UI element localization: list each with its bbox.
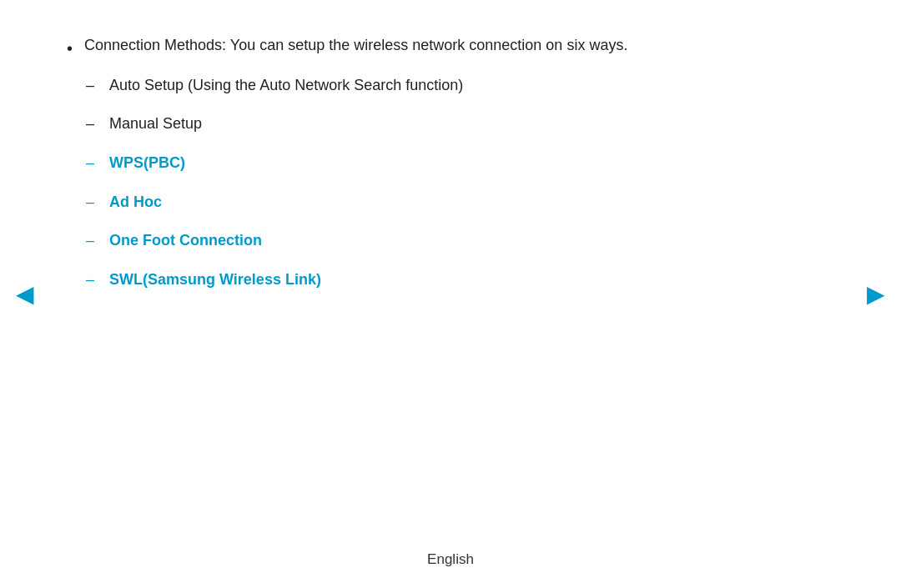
swl-label[interactable]: SWL(Samsung Wireless Link) (109, 267, 321, 293)
list-item: – One Foot Connection (84, 221, 834, 260)
bullet-item: • Connection Methods: You can setup the … (67, 33, 834, 299)
list-item: – Ad Hoc (84, 183, 834, 222)
ad-hoc-label[interactable]: Ad Hoc (109, 189, 162, 215)
connection-methods-text: Connection Methods: You can setup the wi… (84, 37, 627, 53)
language-label: English (427, 551, 474, 567)
content-area: • Connection Methods: You can setup the … (0, 0, 901, 536)
list-item: – Auto Setup (Using the Auto Network Sea… (84, 66, 834, 105)
manual-setup-label: Manual Setup (109, 111, 202, 137)
sub-list: – Auto Setup (Using the Auto Network Sea… (84, 66, 834, 299)
dash-icon: – (84, 267, 96, 293)
wps-pbc-label[interactable]: WPS(PBC) (109, 150, 185, 176)
main-list: • Connection Methods: You can setup the … (67, 33, 834, 299)
prev-arrow-button[interactable]: ◀ (8, 278, 42, 311)
auto-setup-label: Auto Setup (Using the Auto Network Searc… (109, 73, 463, 98)
bullet-dot: • (67, 35, 73, 62)
dash-icon: – (84, 189, 96, 215)
list-item: – SWL(Samsung Wireless Link) (84, 260, 834, 299)
bullet-text: Connection Methods: You can setup the wi… (84, 33, 834, 299)
footer: English (0, 536, 901, 588)
dash-icon: – (84, 228, 96, 254)
list-item: – Manual Setup (84, 104, 834, 143)
page-container: ◀ ▶ • Connection Methods: You can setup … (0, 0, 901, 588)
next-arrow-button[interactable]: ▶ (859, 278, 893, 311)
dash-icon: – (84, 150, 96, 176)
dash-icon: – (84, 73, 96, 98)
dash-icon: – (84, 111, 96, 137)
list-item: – WPS(PBC) (84, 143, 834, 183)
one-foot-connection-label[interactable]: One Foot Connection (109, 228, 262, 254)
